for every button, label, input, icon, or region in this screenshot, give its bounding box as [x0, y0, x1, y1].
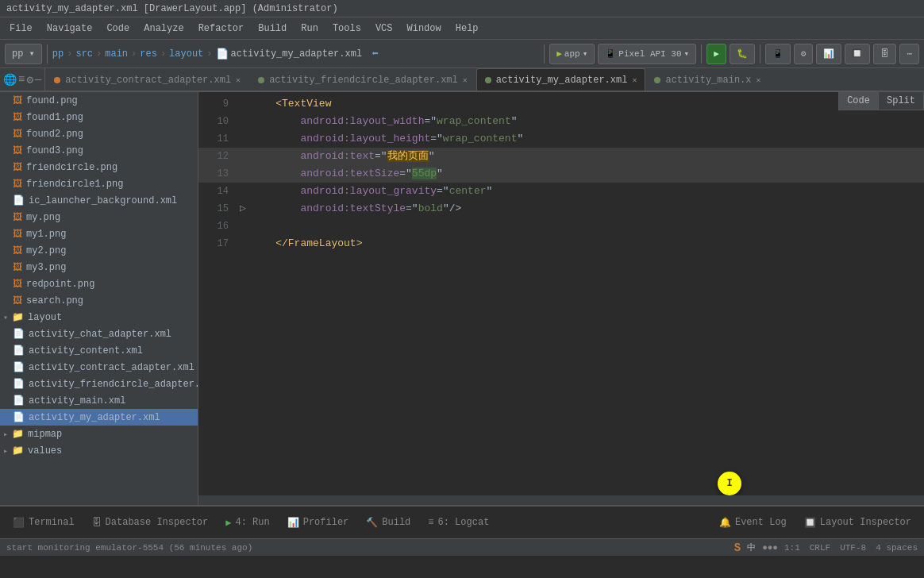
breadcrumb-main[interactable]: main — [105, 48, 128, 60]
tab-close-1[interactable]: ✕ — [236, 75, 241, 85]
sdk-button[interactable]: ⚙ — [794, 44, 814, 64]
layout-inspector-btn[interactable]: 🔲 — [845, 44, 870, 64]
menu-run[interactable]: Run — [295, 21, 325, 37]
toolbar: pp ▾ pp › src › main › res › layout › 📄 … — [0, 40, 924, 68]
breadcrumb-layout[interactable]: layout — [169, 48, 203, 60]
line-content-15[interactable]: android:textStyle="bold"/> — [248, 200, 924, 218]
debug-button[interactable]: 🐛 — [730, 44, 755, 64]
panel-minus-icon[interactable]: — — [35, 73, 41, 86]
line-content-17[interactable]: </FrameLayout> — [248, 235, 924, 252]
sidebar-item-friendcircle-png[interactable]: 🖼 friendcircle.png — [0, 159, 198, 175]
back-navigation-icon[interactable]: ⬅ — [372, 47, 378, 60]
sidebar-item-content[interactable]: 📄 activity_content.xml — [0, 342, 198, 359]
code-view-btn[interactable]: Code — [839, 92, 879, 110]
code-line-13: 13 android:textSize="55dp" — [198, 165, 924, 183]
encoding-indicator[interactable]: UTF-8 — [840, 543, 866, 553]
tab-close-2[interactable]: ✕ — [463, 75, 468, 85]
folder-expand-icon: ▾ — [3, 313, 8, 322]
sidebar-item-my3-png[interactable]: 🖼 my3.png — [0, 259, 198, 276]
bottom-tab-build[interactable]: 🔨 Build — [358, 514, 418, 532]
profile-button[interactable]: 📊 — [816, 44, 841, 64]
menu-navigate[interactable]: Navigate — [40, 21, 99, 37]
sidebar-item-main-xml[interactable]: 📄 activity_main.xml — [0, 392, 198, 409]
line-content-11[interactable]: android:layout_height="wrap_content" — [248, 130, 924, 148]
menu-code[interactable]: Code — [100, 21, 136, 37]
api-selector[interactable]: 📱 Pixel API 30 ▾ — [598, 44, 696, 64]
breadcrumb-src[interactable]: src — [75, 48, 93, 60]
fold-15[interactable]: ▷ — [238, 200, 248, 218]
title-bar: activity_my_adapter.xml [DrawerLayout.ap… — [0, 0, 924, 17]
bottom-tab-run[interactable]: ▶ 4: Run — [218, 514, 277, 532]
run-icon: ▶ — [225, 517, 231, 529]
split-view-btn[interactable]: Split — [879, 92, 924, 110]
horizontal-scrollbar[interactable] — [198, 495, 924, 505]
run-button[interactable]: ▶ — [706, 44, 726, 64]
panel-settings-icon[interactable]: ⚙ — [26, 73, 33, 87]
menu-analyze[interactable]: Analyze — [137, 21, 190, 37]
more-tools-btn[interactable]: ⋯ — [899, 44, 919, 64]
sidebar-item-my-adapter-xml[interactable]: 📄 activity_my_adapter.xml — [0, 409, 198, 426]
sidebar-item-my2-png[interactable]: 🖼 my2.png — [0, 242, 198, 259]
sidebar-item-search-png[interactable]: 🖼 search.png — [0, 292, 198, 309]
breadcrumb-res[interactable]: res — [140, 48, 157, 60]
build-icon: 🔨 — [366, 517, 378, 529]
sidebar-item-redpoint-png[interactable]: 🖼 redpoint.png — [0, 276, 198, 292]
sidebar-item-found-png[interactable]: 🖼 found.png — [0, 92, 198, 109]
bottom-tab-profiler[interactable]: 📊 Profiler — [279, 514, 357, 532]
tab-close-4[interactable]: ✕ — [757, 75, 761, 85]
cursor-indicator: I — [718, 472, 741, 495]
tab-contract-adapter[interactable]: activity_contract_adapter.xml ✕ — [45, 68, 249, 91]
bottom-tab-logcat[interactable]: ≡ 6: Logcat — [420, 514, 497, 531]
bottom-tab-event-log[interactable]: 🔔 Event Log — [711, 514, 795, 532]
sidebar-item-found2-png[interactable]: 🖼 found2.png — [0, 125, 198, 142]
panel-collapse-icon[interactable]: ≡ — [18, 73, 25, 86]
sidebar-item-my1-png[interactable]: 🖼 my1.png — [0, 225, 198, 242]
sidebar-item-contract-adapter[interactable]: 📄 activity_contract_adapter.xml — [0, 359, 198, 376]
tab-close-3[interactable]: ✕ — [632, 75, 637, 85]
menu-file[interactable]: File — [3, 21, 39, 37]
sidebar-item-found3-png[interactable]: 🖼 found3.png — [0, 142, 198, 159]
editor-area[interactable]: Code Split 9 <TextView 10 android:layout… — [198, 92, 924, 505]
bottom-tab-terminal[interactable]: ⬛ Terminal — [5, 514, 83, 532]
tab-friendcircle-adapter[interactable]: activity_friendcircle_adapter.xml ✕ — [249, 68, 476, 91]
line-content-14[interactable]: android:layout_gravity="center" — [248, 183, 924, 200]
sidebar-folder-mipmap[interactable]: ▸ 📁 mipmap — [0, 426, 198, 442]
database-btn[interactable]: 🗄 — [873, 44, 896, 64]
menu-help[interactable]: Help — [449, 21, 485, 37]
line-ending-indicator[interactable]: CRLF — [810, 543, 830, 553]
sidebar-item-found1-png[interactable]: 🖼 found1.png — [0, 109, 198, 125]
sidebar-item-friendcircle1-png[interactable]: 🖼 friendcircle1.png — [0, 175, 198, 192]
line-content-9[interactable]: <TextView — [248, 95, 924, 113]
menu-refactor[interactable]: Refactor — [192, 21, 251, 37]
tab-main[interactable]: activity_main.x ✕ — [645, 68, 769, 91]
bottom-tab-database-inspector[interactable]: 🗄 Database Inspector — [84, 514, 217, 532]
menu-window[interactable]: Window — [401, 21, 448, 37]
sidebar-folder-values[interactable]: ▸ 📁 values — [0, 442, 198, 459]
sidebar-item-chat-adapter[interactable]: 📄 activity_chat_adapter.xml — [0, 326, 198, 342]
avd-button[interactable]: 📱 — [765, 44, 791, 64]
bottom-tab-layout-inspector[interactable]: 🔲 Layout Inspector — [796, 514, 919, 532]
code-line-15: 15 ▷ android:textStyle="bold"/> — [198, 200, 924, 218]
menu-tools[interactable]: Tools — [326, 21, 368, 37]
breadcrumb-pp[interactable]: pp — [52, 48, 64, 60]
sidebar-item-ic-launcher-xml[interactable]: 📄 ic_launcher_background.xml — [0, 192, 198, 209]
line-content-16[interactable] — [248, 218, 924, 235]
indent-indicator[interactable]: 4 spaces — [876, 543, 918, 553]
line-content-10[interactable]: android:layout_width="wrap_content" — [248, 113, 924, 130]
menu-build[interactable]: Build — [252, 21, 293, 37]
sidebar-item-friendcircle-adapter[interactable]: 📄 activity_friendcircle_adapter.xm — [0, 376, 198, 392]
image-icon: 🖼 — [13, 161, 22, 173]
xml-icon: 📄 — [13, 395, 25, 407]
breadcrumb-sep-1: › — [67, 48, 72, 60]
xml-icon: 📄 — [13, 328, 25, 340]
line-content-13[interactable]: android:textSize="55dp" — [248, 165, 924, 183]
sidebar-item-my-png[interactable]: 🖼 my.png — [0, 209, 198, 225]
panel-globe-icon[interactable]: 🌐 — [3, 73, 17, 87]
line-content-12[interactable]: android:text="我的页面" — [248, 148, 924, 165]
device-selector[interactable]: ▶ app ▾ — [549, 44, 595, 64]
tab-my-adapter[interactable]: activity_my_adapter.xml ✕ — [476, 68, 646, 91]
project-selector[interactable]: pp ▾ — [5, 44, 42, 64]
image-icon: 🖼 — [13, 245, 22, 256]
menu-vcs[interactable]: VCS — [369, 21, 399, 37]
sidebar-folder-layout[interactable]: ▾ 📁 layout — [0, 309, 198, 326]
